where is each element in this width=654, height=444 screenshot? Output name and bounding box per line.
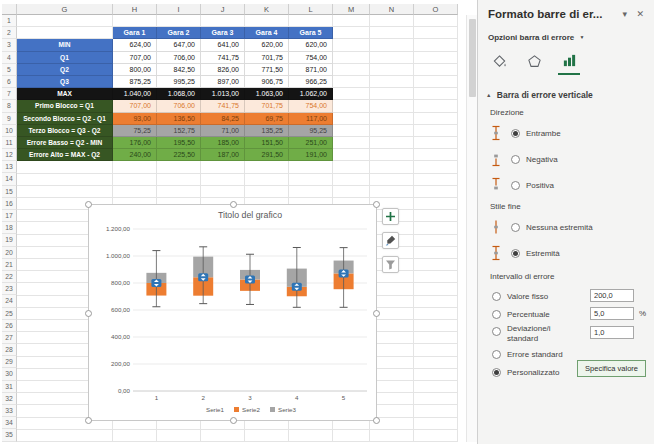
cell-value[interactable]: 187,00 bbox=[201, 149, 245, 161]
direction-option-negativa[interactable]: Negativa bbox=[490, 150, 558, 168]
chart-filters-button[interactable] bbox=[382, 256, 399, 273]
cell-value[interactable]: 707,00 bbox=[113, 52, 157, 64]
row-header-13[interactable]: 13 bbox=[2, 161, 17, 173]
cell-value[interactable]: 152,75 bbox=[157, 125, 201, 137]
cell-value[interactable]: 117,00 bbox=[289, 113, 333, 125]
row-header-3[interactable]: 3 bbox=[2, 39, 17, 51]
cell-label[interactable]: Primo Blocco = Q1 bbox=[17, 100, 113, 112]
cell-value[interactable]: 641,00 bbox=[201, 39, 245, 51]
amount-option-percentage[interactable]: Percentuale bbox=[492, 308, 550, 320]
row-header-9[interactable]: 9 bbox=[2, 113, 17, 125]
chart-selection-handle[interactable] bbox=[230, 417, 237, 424]
row-header-22[interactable]: 22 bbox=[2, 271, 17, 283]
cell-value[interactable]: 185,00 bbox=[201, 137, 245, 149]
row-header-26[interactable]: 26 bbox=[2, 320, 17, 332]
row-header-32[interactable]: 32 bbox=[2, 393, 17, 405]
cell-value[interactable]: 1.013,00 bbox=[201, 88, 245, 100]
row-header-8[interactable]: 8 bbox=[2, 100, 17, 112]
amount-option-stderr[interactable]: Errore standard bbox=[492, 348, 563, 360]
fixed-value-radio[interactable] bbox=[492, 292, 501, 301]
column-header-I[interactable]: I bbox=[157, 4, 201, 15]
cell-value[interactable]: 741,75 bbox=[201, 52, 245, 64]
row-header-2[interactable]: 2 bbox=[2, 27, 17, 39]
cell-value[interactable]: 647,00 bbox=[157, 39, 201, 51]
row-header-12[interactable]: 12 bbox=[2, 149, 17, 161]
tab-effects[interactable] bbox=[523, 50, 545, 75]
cell-value[interactable]: 741,75 bbox=[201, 100, 245, 112]
row-header-35[interactable]: 35 bbox=[2, 429, 17, 441]
cell-value[interactable]: 771,50 bbox=[245, 64, 289, 76]
percentage-input[interactable] bbox=[590, 307, 634, 320]
row-header-25[interactable]: 25 bbox=[2, 308, 17, 320]
cap-radio[interactable] bbox=[511, 249, 520, 258]
positiva-radio[interactable] bbox=[511, 181, 520, 190]
cell-value[interactable]: 69,75 bbox=[245, 113, 289, 125]
cell-value[interactable]: 701,75 bbox=[245, 100, 289, 112]
chart-styles-button[interactable] bbox=[382, 232, 399, 249]
chart-selection-handle[interactable] bbox=[373, 201, 380, 208]
column-header-L[interactable]: L bbox=[289, 4, 333, 15]
cell-value[interactable]: 151,50 bbox=[245, 137, 289, 149]
amount-option-fixed[interactable]: Valore fisso bbox=[492, 290, 548, 302]
chart-selection-handle[interactable] bbox=[85, 201, 92, 208]
row-header-31[interactable]: 31 bbox=[2, 381, 17, 393]
row-header-21[interactable]: 21 bbox=[2, 259, 17, 271]
row-header-15[interactable]: 15 bbox=[2, 186, 17, 198]
row-header-29[interactable]: 29 bbox=[2, 356, 17, 368]
row-header-30[interactable]: 30 bbox=[2, 368, 17, 380]
chart-object[interactable]: Titolo del grafico0,00200,00400,00600,00… bbox=[88, 204, 377, 421]
stddev-input[interactable] bbox=[590, 326, 634, 339]
fixed-value-input[interactable] bbox=[590, 289, 634, 302]
cell-label[interactable]: Q1 bbox=[17, 52, 113, 64]
column-header-O[interactable]: O bbox=[414, 4, 458, 15]
column-header-H[interactable]: H bbox=[113, 4, 157, 15]
row-header-27[interactable]: 27 bbox=[2, 332, 17, 344]
cell-value[interactable]: 1.063,00 bbox=[245, 88, 289, 100]
row-header-14[interactable]: 14 bbox=[2, 173, 17, 185]
cell-value[interactable]: 93,00 bbox=[113, 113, 157, 125]
cell-label[interactable]: Errore Alto = MAX - Q2 bbox=[17, 149, 113, 161]
cell-value[interactable]: 620,00 bbox=[245, 39, 289, 51]
pane-close-icon[interactable]: ✕ bbox=[636, 9, 644, 19]
amount-option-custom[interactable]: Personalizzato bbox=[492, 366, 559, 378]
row-header-18[interactable]: 18 bbox=[2, 222, 17, 234]
cell-value[interactable]: 71,00 bbox=[201, 125, 245, 137]
cell-value[interactable]: 826,00 bbox=[201, 64, 245, 76]
row-header-5[interactable]: 5 bbox=[2, 64, 17, 76]
cell-value[interactable]: 195,50 bbox=[157, 137, 201, 149]
stddev-radio[interactable] bbox=[492, 327, 501, 336]
cell-value[interactable]: 95,25 bbox=[289, 125, 333, 137]
entrambe-radio[interactable] bbox=[511, 129, 520, 138]
cell-value[interactable]: 251,00 bbox=[289, 137, 333, 149]
section-vertical-error-bar[interactable]: ▲ Barra di errore verticale bbox=[486, 90, 593, 100]
specify-value-button[interactable]: Specifica valore bbox=[577, 360, 646, 377]
cell-value[interactable]: 225,50 bbox=[157, 149, 201, 161]
column-header-J[interactable]: J bbox=[201, 4, 245, 15]
cell-value[interactable]: 701,75 bbox=[245, 52, 289, 64]
chart-selection-handle[interactable] bbox=[230, 201, 237, 208]
cell-value[interactable]: 135,25 bbox=[245, 125, 289, 137]
row-header-1[interactable]: 1 bbox=[2, 15, 17, 27]
row-header-28[interactable]: 28 bbox=[2, 344, 17, 356]
cell-value[interactable]: 754,00 bbox=[289, 52, 333, 64]
grid-select-all-corner[interactable] bbox=[2, 4, 17, 15]
cell-label[interactable]: Q3 bbox=[17, 76, 113, 88]
row-header-34[interactable]: 34 bbox=[2, 417, 17, 429]
cell-value[interactable]: 1.040,00 bbox=[113, 88, 157, 100]
cell-value[interactable]: 800,00 bbox=[113, 64, 157, 76]
cell-label[interactable]: Secondo Blocco = Q2 - Q1 bbox=[17, 113, 113, 125]
chart-selection-handle[interactable] bbox=[373, 310, 380, 317]
cell-value[interactable]: 240,00 bbox=[113, 149, 157, 161]
cell-value[interactable]: 706,00 bbox=[157, 100, 201, 112]
row-header-33[interactable]: 33 bbox=[2, 405, 17, 417]
amount-option-stddev[interactable]: Deviazione/i standard bbox=[492, 324, 579, 343]
cell-value[interactable]: 176,00 bbox=[113, 137, 157, 149]
cell-value[interactable]: 966,25 bbox=[289, 76, 333, 88]
cell-label[interactable]: MIN bbox=[17, 39, 113, 51]
cell-value[interactable]: 620,00 bbox=[289, 39, 333, 51]
cell-value[interactable]: 875,25 bbox=[113, 76, 157, 88]
cell-value[interactable]: 1.068,00 bbox=[157, 88, 201, 100]
vertical-scrollbar[interactable] bbox=[466, 15, 477, 442]
row-header-24[interactable]: 24 bbox=[2, 295, 17, 307]
row-header-7[interactable]: 7 bbox=[2, 88, 17, 100]
